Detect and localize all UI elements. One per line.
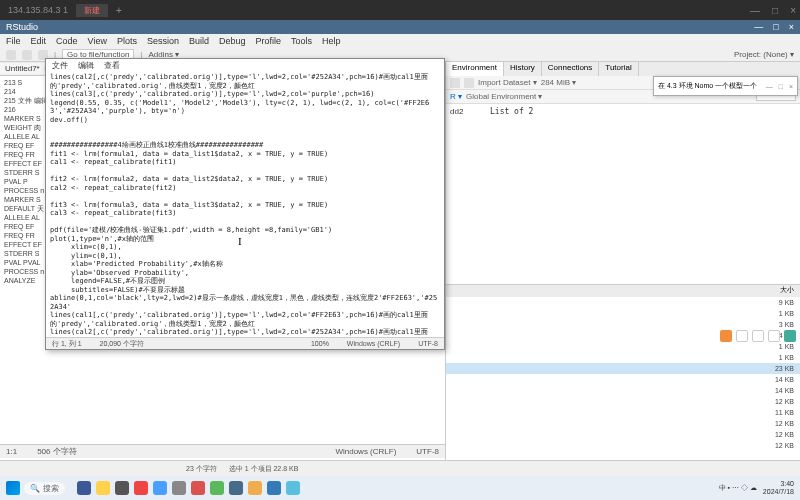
rstudio-min-button[interactable]: — bbox=[754, 22, 763, 32]
taskbar-app-5[interactable] bbox=[153, 481, 167, 495]
menu-edit[interactable]: Edit bbox=[31, 36, 47, 46]
menu-build[interactable]: Build bbox=[189, 36, 209, 46]
tab-tutorial[interactable]: Tutorial bbox=[599, 62, 638, 76]
tray-icon-2[interactable] bbox=[736, 330, 748, 342]
env-row[interactable]: dd2 List of 2 bbox=[448, 106, 798, 117]
rf-max-icon[interactable]: □ bbox=[779, 83, 783, 90]
notepad-zoom: 100% bbox=[311, 340, 329, 347]
file-row: 12 KB bbox=[446, 440, 800, 451]
file-row: 14 KB bbox=[446, 385, 800, 396]
menu-code[interactable]: Code bbox=[56, 36, 78, 46]
cursor-pos: 1:1 bbox=[6, 447, 17, 456]
taskbar-app-rstudio[interactable] bbox=[229, 481, 243, 495]
source-statusbar: 1:1 506 个字符 Windows (CRLF) UTF-8 bbox=[0, 444, 445, 458]
notepad-statusbar: 行 1, 列 1 20,090 个字符 100% Windows (CRLF) … bbox=[46, 337, 444, 349]
file-row: 23 KB bbox=[446, 363, 800, 374]
notepad-menu-view[interactable]: 查看 bbox=[104, 60, 120, 71]
scope-select[interactable]: Global Environment ▾ bbox=[466, 92, 542, 101]
taskbar-app-8[interactable] bbox=[210, 481, 224, 495]
clock-date[interactable]: 2024/7/18 bbox=[763, 488, 794, 496]
file-row: 1 KB bbox=[446, 341, 800, 352]
taskbar-app-3[interactable] bbox=[115, 481, 129, 495]
menu-debug[interactable]: Debug bbox=[219, 36, 246, 46]
right-pane: Environment History Connections Tutorial… bbox=[445, 62, 800, 460]
menu-plots[interactable]: Plots bbox=[117, 36, 137, 46]
ime-indicator[interactable]: 中 ▪ ⋯ ◇ ☁ bbox=[719, 483, 757, 493]
right-float-label: 在 4.3 环境 Nomo 一个模型一个 bbox=[658, 81, 757, 91]
project-menu[interactable]: Project: (None) ▾ bbox=[734, 50, 794, 59]
rstudio-close-button[interactable]: × bbox=[789, 22, 794, 32]
new-file-icon[interactable] bbox=[6, 50, 16, 60]
menu-profile[interactable]: Profile bbox=[256, 36, 282, 46]
import-dataset-menu[interactable]: Import Dataset ▾ bbox=[478, 78, 537, 87]
file-row: 3 KB bbox=[446, 319, 800, 330]
item-count: 23 个字符 bbox=[186, 464, 217, 474]
tray-icon-1[interactable] bbox=[720, 330, 732, 342]
taskbar-app-1[interactable] bbox=[77, 481, 91, 495]
system-tray: 中 ▪ ⋯ ◇ ☁ 3:40 2024/7/18 bbox=[719, 480, 794, 496]
file-row: 14 KB bbox=[446, 374, 800, 385]
taskbar-app-6[interactable] bbox=[172, 481, 186, 495]
tray-icon-4[interactable] bbox=[768, 330, 780, 342]
file-row: 9 KB bbox=[446, 297, 800, 308]
tray-icon-3[interactable] bbox=[752, 330, 764, 342]
remote-max-button[interactable]: □ bbox=[772, 5, 778, 16]
notepad-lineend: Windows (CRLF) bbox=[347, 340, 400, 347]
var-value: List of 2 bbox=[490, 107, 533, 116]
rf-min-icon[interactable]: — bbox=[766, 83, 773, 90]
taskbar-app-7[interactable] bbox=[191, 481, 205, 495]
var-name: dd2 bbox=[450, 107, 490, 116]
notepad-menu-file[interactable]: 文件 bbox=[52, 60, 68, 71]
memory-indicator[interactable]: 284 MiB ▾ bbox=[541, 78, 577, 87]
tab-connections[interactable]: Connections bbox=[542, 62, 599, 76]
taskbar-app-4[interactable] bbox=[134, 481, 148, 495]
menu-view[interactable]: View bbox=[88, 36, 107, 46]
notepad-encoding: UTF-8 bbox=[418, 340, 438, 347]
tab-history[interactable]: History bbox=[504, 62, 542, 76]
rstudio-titlebar: RStudio — □ × bbox=[0, 20, 800, 34]
tray-icon-5[interactable] bbox=[784, 330, 796, 342]
taskbar: 🔍 搜索 中 ▪ ⋯ ◇ ☁ 3:40 2024/7/18 bbox=[0, 476, 800, 500]
search-icon: 🔍 bbox=[30, 484, 40, 493]
notepad-menu-edit[interactable]: 编辑 bbox=[78, 60, 94, 71]
notepad-menubar: 文件 编辑 查看 bbox=[46, 59, 444, 71]
text-cursor-icon: I bbox=[238, 235, 242, 247]
remote-tab[interactable]: 新建 bbox=[76, 4, 108, 17]
rf-close-icon[interactable]: × bbox=[789, 83, 793, 90]
menu-help[interactable]: Help bbox=[322, 36, 341, 46]
remote-close-button[interactable]: × bbox=[790, 5, 796, 16]
right-floating-window[interactable]: 在 4.3 环境 Nomo 一个模型一个 — □ × bbox=[653, 76, 798, 96]
notepad-textarea[interactable]: lines(cal2[,c('predy','calibrated.orig')… bbox=[46, 71, 444, 337]
load-workspace-icon[interactable] bbox=[450, 78, 460, 88]
taskbar-app-12[interactable] bbox=[286, 481, 300, 495]
encoding: UTF-8 bbox=[416, 447, 439, 456]
menu-session[interactable]: Session bbox=[147, 36, 179, 46]
taskbar-app-10[interactable] bbox=[248, 481, 262, 495]
tab-environment[interactable]: Environment bbox=[446, 62, 504, 76]
file-row: 11 KB bbox=[446, 407, 800, 418]
selection-info: 选中 1 个项目 22.8 KB bbox=[229, 464, 299, 474]
menubar: File Edit Code View Plots Session Build … bbox=[0, 34, 800, 48]
taskbar-app-2[interactable] bbox=[96, 481, 110, 495]
file-row: 1 KB bbox=[446, 308, 800, 319]
env-list: dd2 List of 2 bbox=[446, 104, 800, 284]
env-tabs: Environment History Connections Tutorial bbox=[446, 62, 800, 76]
start-button[interactable] bbox=[6, 481, 20, 495]
remote-ip: 134.135.84.3 1 bbox=[8, 5, 68, 15]
taskbar-app-11[interactable] bbox=[267, 481, 281, 495]
notepad-chars: 20,090 个字符 bbox=[100, 339, 144, 349]
file-list[interactable]: 9 KB 1 KB 3 KB 4 KB 1 KB 1 KB 23 KB 14 K… bbox=[446, 297, 800, 461]
clock-time[interactable]: 3:40 bbox=[763, 480, 794, 488]
remote-titlebar: 134.135.84.3 1 新建 + — □ × bbox=[0, 0, 800, 20]
save-workspace-icon[interactable] bbox=[464, 78, 474, 88]
open-file-icon[interactable] bbox=[22, 50, 32, 60]
size-header: 大小 bbox=[780, 285, 794, 297]
menu-file[interactable]: File bbox=[6, 36, 21, 46]
rstudio-max-button[interactable]: □ bbox=[773, 22, 778, 32]
remote-min-button[interactable]: — bbox=[750, 5, 760, 16]
menu-tools[interactable]: Tools bbox=[291, 36, 312, 46]
new-tab-button[interactable]: + bbox=[116, 5, 122, 16]
taskbar-search[interactable]: 🔍 搜索 bbox=[24, 482, 65, 495]
app-title: RStudio bbox=[6, 22, 38, 32]
file-row: 12 KB bbox=[446, 429, 800, 440]
